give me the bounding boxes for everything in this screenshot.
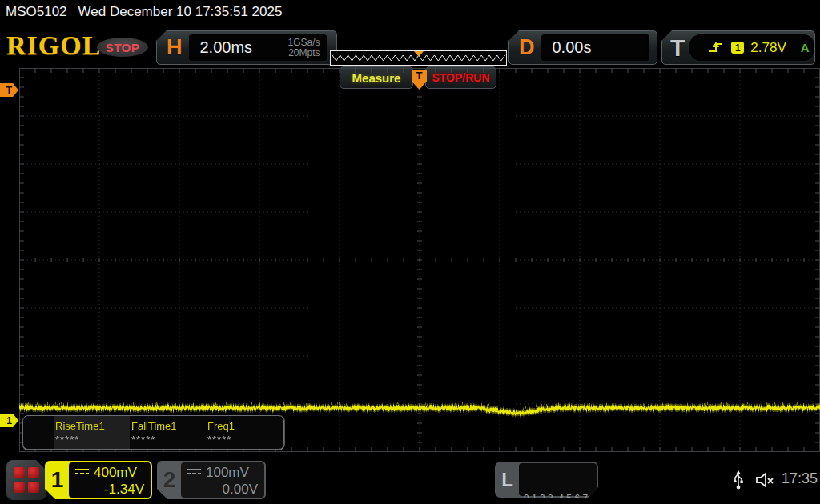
header-bar: RIGOL STOP H 2.00ms 1GSa/s 20Mpts Measur… <box>0 24 820 68</box>
trigger-settings-box[interactable]: T 1 2.78V A <box>661 30 815 65</box>
channel1-ground-marker[interactable]: 1 <box>0 414 18 427</box>
sample-rate-depth: 1GSa/s 20Mpts <box>287 38 326 58</box>
channel2-offset: 0.00V <box>187 482 258 498</box>
channel2-number: 2 <box>157 461 182 499</box>
logic-label: L <box>495 462 520 498</box>
trigger-level-value: 2.78V <box>750 40 786 56</box>
timebase-value: 2.00ms <box>189 38 288 57</box>
delay-value: 0.00s <box>541 38 592 57</box>
menu-grid-icon <box>14 467 39 493</box>
acquisition-status-badge: STOP <box>97 38 148 57</box>
logic-channel-numbers: 0 1 2 3 4 5 6 7 8 9 1011 12131415 <box>519 463 597 496</box>
trigger-slope-icon <box>709 41 725 55</box>
rigol-logo: RIGOL <box>6 30 101 61</box>
speaker-mute-icon[interactable] <box>754 471 775 489</box>
delay-settings-box[interactable]: D 0.00s <box>508 30 657 65</box>
trigger-level-marker[interactable]: T <box>0 83 18 97</box>
function-menu-button[interactable] <box>6 460 46 500</box>
channel2-scale: 100mV <box>206 465 249 481</box>
channel1-status-box[interactable]: 1 400mV -1.34V <box>45 461 152 499</box>
trigger-source-badge: 1 <box>731 42 744 54</box>
clock-time: 17:35 <box>782 470 818 487</box>
measurement-panel[interactable]: RiseTime1 ***** FallTime1 ***** Freq1 **… <box>22 415 284 450</box>
measurement-panel-spacer <box>23 416 54 449</box>
channel2-status-box[interactable]: 2 100mV 0.00V <box>157 461 266 499</box>
channel2-dc-coupling-icon <box>187 469 201 477</box>
trigger-position-indicator-icon <box>414 51 424 57</box>
titlebar: MSO5102 Wed December 10 17:35:51 2025 <box>0 0 820 24</box>
trigger-mode-auto: A <box>801 41 810 54</box>
channel1-number: 1 <box>45 461 70 499</box>
channel1-dc-coupling-icon <box>75 469 89 477</box>
measurement-item-falltime[interactable]: FallTime1 ***** <box>130 416 206 449</box>
logic-channels-box[interactable]: L 0 1 2 3 4 5 6 7 8 9 1011 12131415 <box>495 462 598 498</box>
measurement-item-risetime[interactable]: RiseTime1 ***** <box>54 416 130 449</box>
waveform-preview-strip[interactable] <box>330 50 507 66</box>
status-icons: 17:35 <box>732 468 820 492</box>
horizontal-label: H <box>157 35 189 60</box>
usb-icon <box>732 470 745 490</box>
horizontal-settings-box[interactable]: H 2.00ms 1GSa/s 20Mpts <box>156 30 337 65</box>
delay-label: D <box>509 35 541 60</box>
graticule-display <box>19 68 820 452</box>
model-name: MSO5102 <box>6 4 67 20</box>
channel1-waveform-trace <box>19 68 820 452</box>
measurement-item-freq[interactable]: Freq1 ***** <box>206 416 282 449</box>
channel1-scale: 400mV <box>94 465 137 481</box>
datetime-text: Wed December 10 17:35:51 2025 <box>78 4 283 20</box>
channel1-offset: -1.34V <box>75 482 144 498</box>
trigger-label: T <box>662 34 689 62</box>
